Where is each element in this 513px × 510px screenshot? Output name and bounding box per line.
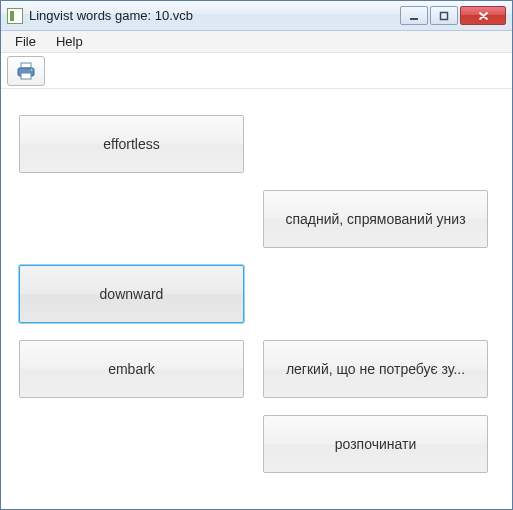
app-icon: [7, 8, 23, 24]
menubar: File Help: [1, 31, 512, 53]
svg-rect-0: [410, 18, 418, 20]
print-icon: [16, 62, 36, 80]
maximize-button[interactable]: [430, 6, 458, 25]
window-title: Lingvist words game: 10.vcb: [29, 8, 400, 23]
maximize-icon: [439, 11, 449, 21]
word-card-left-0[interactable]: effortless: [19, 115, 244, 173]
close-button[interactable]: [460, 6, 506, 25]
close-icon: [478, 11, 489, 21]
game-area: effortless downward embark спадний, спря…: [1, 89, 512, 509]
minimize-icon: [409, 11, 419, 21]
app-window: Lingvist words game: 10.vcb File Help: [0, 0, 513, 510]
svg-rect-1: [441, 12, 448, 19]
word-card-left-2[interactable]: embark: [19, 340, 244, 398]
word-card-left-1[interactable]: downward: [19, 265, 244, 323]
svg-rect-4: [21, 73, 31, 79]
word-card-right-2[interactable]: розпочинати: [263, 415, 488, 473]
svg-point-5: [31, 69, 33, 71]
svg-rect-2: [21, 63, 31, 68]
menu-help[interactable]: Help: [48, 32, 91, 51]
print-button[interactable]: [7, 56, 45, 86]
minimize-button[interactable]: [400, 6, 428, 25]
titlebar: Lingvist words game: 10.vcb: [1, 1, 512, 31]
word-card-right-1[interactable]: легкий, що не потребує зу...: [263, 340, 488, 398]
menu-file[interactable]: File: [7, 32, 44, 51]
toolbar: [1, 53, 512, 89]
word-card-right-0[interactable]: спадний, спрямований униз: [263, 190, 488, 248]
window-controls: [400, 6, 506, 26]
